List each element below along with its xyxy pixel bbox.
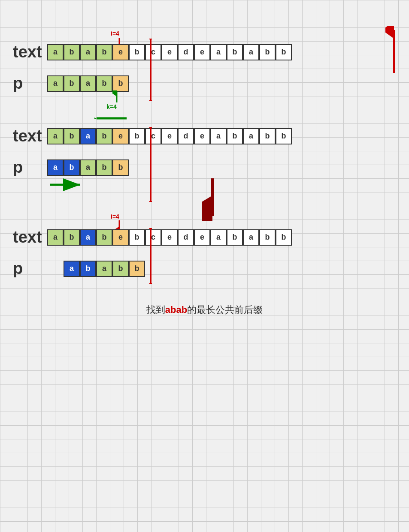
text-cell-1-6: c [145, 44, 161, 60]
p-cell-3-1: b [80, 261, 96, 277]
text-cell-1-11: b [227, 44, 243, 60]
text-cell-1-12: a [243, 44, 259, 60]
p-cells-3: ababb [64, 261, 145, 277]
text-cell-3-2: a [80, 229, 96, 246]
p-cell-3-2: a [96, 261, 112, 277]
text-cell-1-8: d [178, 44, 194, 60]
red-vline-3 [149, 228, 152, 284]
text-cell-2-10: a [210, 128, 227, 144]
text-cell-1-14: b [276, 44, 292, 60]
text-cells-2: ababebcedeababb [47, 128, 292, 144]
bottom-highlight: abab [165, 304, 187, 315]
text-label-3: text [13, 228, 47, 246]
text-cell-3-6: c [145, 229, 161, 246]
text-cell-2-5: b [129, 128, 145, 144]
p-row-2: p ababb [13, 158, 396, 177]
text-cells-1: ababebcedeababb [47, 44, 292, 60]
text-cell-3-14: b [276, 229, 292, 246]
p-cell-2-4: b [112, 159, 129, 176]
red-vline-1 [149, 39, 152, 101]
text-cell-3-5: b [129, 229, 145, 246]
p-label-2: p [13, 158, 47, 177]
p-cells-2: ababb [47, 159, 129, 176]
text-cell-1-10: a [210, 44, 227, 60]
section1: i=4 text ababebcedeababb p ababb [13, 9, 396, 93]
p-label-1: p [13, 74, 47, 93]
text-row-2: text ababebcedeababb [13, 127, 396, 145]
text-cell-1-13: b [259, 44, 276, 60]
p-cell-1-1: b [64, 75, 80, 92]
i4-annotation-s3: i=4 [111, 213, 119, 220]
text-cell-2-12: a [243, 128, 259, 144]
p-cell-3-4: b [129, 261, 145, 277]
p-cell-1-3: b [96, 75, 112, 92]
text-cell-1-1: b [64, 44, 80, 60]
text-cell-3-9: e [194, 229, 210, 246]
p-cell-3-3: b [112, 261, 129, 277]
k4-arrow [112, 90, 121, 103]
p-cell-1-2: a [80, 75, 96, 92]
p-row-3: p ababb [13, 259, 396, 278]
text-cell-3-1: b [64, 229, 80, 246]
text-cell-2-6: c [145, 128, 161, 144]
text-cell-1-9: e [194, 44, 210, 60]
text-row-1: text ababebcedeababb [13, 43, 396, 61]
text-cell-3-0: a [47, 229, 64, 246]
text-cell-2-1: b [64, 128, 80, 144]
text-cell-2-8: d [178, 128, 194, 144]
bottom-text-post: 的最长公共前后缀 [187, 304, 263, 315]
text-cell-1-0: a [47, 44, 64, 60]
text-cell-2-9: e [194, 128, 210, 144]
text-cell-3-7: e [161, 229, 178, 246]
text-cell-1-5: b [129, 44, 145, 60]
red-vline-2 [149, 127, 152, 202]
text-label-1: text [13, 43, 47, 61]
text-cell-1-4: e [112, 44, 129, 60]
main-container: i=4 text ababebcedeababb p ababb [0, 0, 409, 325]
text-cell-3-8: d [178, 229, 194, 246]
bottom-text: 找到abab的最长公共前后缀 [13, 304, 396, 316]
p-cell-1-0: a [47, 75, 64, 92]
k4-annotation: k=4 [106, 103, 117, 110]
large-down-arrow [202, 178, 223, 221]
text-cells-3: ababebcedeababb [47, 229, 292, 246]
text-row-3: text ababebcedeababb [13, 228, 396, 246]
green-left-arrow [94, 110, 129, 127]
text-label-2: text [13, 127, 47, 145]
p-label-3: p [13, 259, 47, 278]
p-cell-3-0: a [64, 261, 80, 277]
p-cell-2-0: a [47, 159, 64, 176]
text-cell-3-3: b [96, 229, 112, 246]
p-cells-1: ababb [47, 75, 129, 92]
text-cell-1-2: a [80, 44, 96, 60]
bottom-text-pre: 找到 [146, 304, 165, 315]
green-right-arrow [48, 176, 82, 193]
text-cell-3-13: b [259, 229, 276, 246]
section2: text ababebcedeababb p ababb [13, 127, 396, 177]
i4-annotation: i=4 [111, 30, 119, 37]
text-cell-1-7: e [161, 44, 178, 60]
p-cell-2-1: b [64, 159, 80, 176]
text-cell-2-4: e [112, 128, 129, 144]
text-cell-1-3: b [96, 44, 112, 60]
section3: i=4 text ababebcedeababb p ababb [13, 228, 396, 278]
text-cell-2-2: a [80, 128, 96, 144]
text-cell-2-11: b [227, 128, 243, 144]
text-cell-2-7: e [161, 128, 178, 144]
text-cell-2-14: b [276, 128, 292, 144]
text-cell-3-12: a [243, 229, 259, 246]
text-cell-2-3: b [96, 128, 112, 144]
text-cell-3-4: e [112, 229, 129, 246]
text-cell-3-10: a [210, 229, 227, 246]
text-cell-3-11: b [227, 229, 243, 246]
p-row-1: p ababb k=4 [13, 74, 396, 93]
p-cell-2-3: b [96, 159, 112, 176]
text-cell-2-0: a [47, 128, 64, 144]
text-cell-2-13: b [259, 128, 276, 144]
p-cell-1-4: b [112, 75, 129, 92]
p-cell-2-2: a [80, 159, 96, 176]
